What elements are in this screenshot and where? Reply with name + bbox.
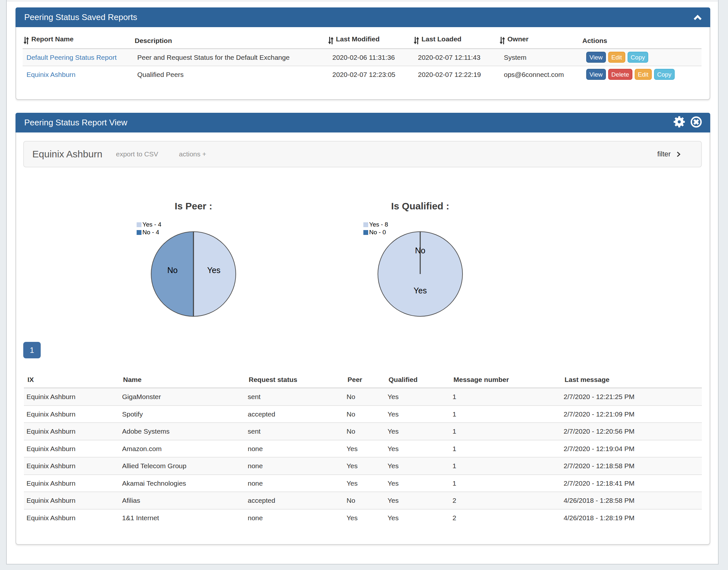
svg-text:No: No — [167, 266, 178, 275]
svg-text:Yes: Yes — [207, 266, 220, 275]
svg-text:No: No — [415, 246, 426, 255]
svg-text:Yes: Yes — [414, 286, 427, 295]
